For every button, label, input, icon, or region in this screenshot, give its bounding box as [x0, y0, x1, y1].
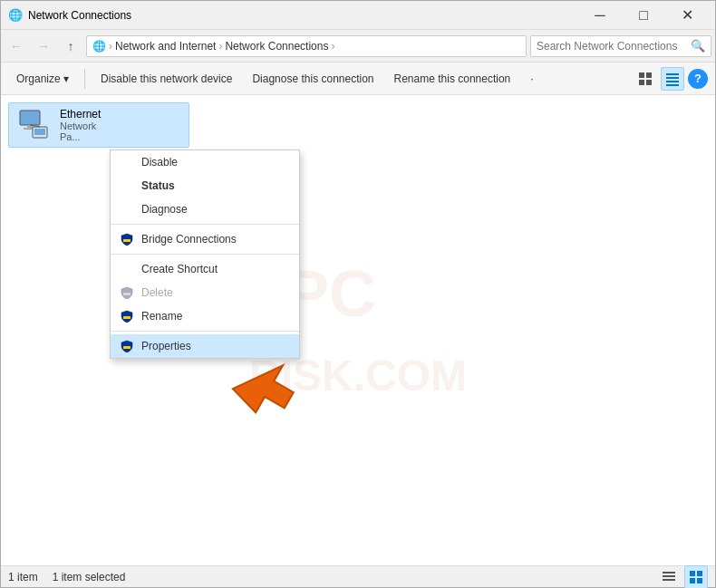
- ctx-sep-1: [111, 224, 299, 225]
- svg-rect-20: [663, 575, 675, 577]
- ctx-properties-shield-icon: [120, 339, 134, 353]
- search-icon: 🔍: [691, 39, 705, 53]
- breadcrumb[interactable]: 🌐 › Network and Internet › Network Conne…: [86, 35, 527, 57]
- status-right: [657, 565, 708, 589]
- maximize-button[interactable]: □: [623, 1, 664, 30]
- toolbar: Organize ▾ Disable this network device D…: [1, 63, 715, 95]
- ctx-shortcut-label: Create Shortcut: [141, 263, 218, 275]
- ethernet-file-item[interactable]: Ethernet Network Pa...: [8, 102, 189, 148]
- back-button[interactable]: ←: [5, 34, 28, 58]
- address-bar: ← → ↑ 🌐 › Network and Internet › Network…: [1, 30, 715, 63]
- svg-rect-3: [646, 80, 652, 85]
- ctx-status[interactable]: Status: [111, 174, 299, 198]
- ctx-properties-label: Properties: [141, 340, 191, 352]
- svg-rect-14: [123, 239, 131, 242]
- status-bar: 1 item 1 item selected: [1, 565, 715, 587]
- ctx-rename[interactable]: Rename: [111, 304, 299, 328]
- diagnose-button[interactable]: Diagnose this connection: [244, 66, 382, 92]
- ctx-rename-shield-icon: [120, 309, 134, 323]
- ctx-properties[interactable]: Properties: [111, 334, 299, 358]
- ctx-sep-3: [111, 331, 299, 332]
- svg-rect-12: [34, 129, 45, 135]
- organize-button[interactable]: Organize ▾: [8, 66, 77, 92]
- toolbar-separator-1: [84, 69, 85, 89]
- svg-rect-4: [666, 73, 679, 75]
- svg-rect-0: [639, 72, 644, 78]
- toolbar-right: ?: [634, 67, 708, 91]
- ctx-disable[interactable]: Disable: [111, 150, 299, 174]
- ctx-bridge-shield-icon: [120, 232, 134, 246]
- ctx-delete-label: Delete: [141, 286, 173, 299]
- title-bar-title: Network Connections: [28, 9, 579, 22]
- ctx-bridge[interactable]: Bridge Connections: [111, 227, 299, 251]
- ctx-diagnose-label: Diagnose: [141, 203, 188, 216]
- status-view-list[interactable]: [657, 565, 681, 589]
- ctx-status-label: Status: [141, 179, 175, 192]
- ethernet-icon: [16, 107, 53, 143]
- content-area: 9PCRISK.COM Ethernet Netwo: [1, 95, 715, 565]
- ctx-bridge-label: Bridge Connections: [141, 233, 237, 246]
- svg-rect-6: [666, 81, 679, 82]
- file-info: Ethernet Network Pa...: [60, 108, 101, 142]
- window: 🌐 Network Connections ─ □ ✕ ← → ↑ 🌐 › Ne…: [0, 0, 716, 588]
- title-bar-controls: ─ □ ✕: [579, 1, 708, 30]
- status-count: 1 item: [8, 571, 38, 583]
- view-icon: [638, 72, 653, 86]
- details-icon: [665, 72, 680, 86]
- breadcrumb-network-connections[interactable]: Network Connections: [225, 40, 328, 53]
- ctx-diagnose-icon: [120, 202, 134, 217]
- svg-rect-17: [123, 346, 131, 349]
- status-view-details[interactable]: [684, 565, 708, 589]
- ctx-status-icon: [120, 178, 134, 193]
- ctx-delete-shield-icon: [120, 285, 134, 300]
- ctx-sep-2: [111, 254, 299, 255]
- svg-rect-22: [690, 571, 695, 576]
- svg-rect-2: [639, 80, 644, 85]
- up-button[interactable]: ↑: [59, 34, 82, 58]
- ctx-disable-label: Disable: [141, 156, 178, 169]
- close-button[interactable]: ✕: [666, 1, 708, 30]
- breadcrumb-network-icon: 🌐: [92, 40, 106, 53]
- ctx-disable-icon: [120, 155, 134, 169]
- file-detail2: Pa...: [60, 131, 101, 142]
- svg-rect-5: [666, 77, 679, 79]
- svg-rect-15: [123, 293, 131, 295]
- svg-rect-21: [663, 579, 675, 581]
- ctx-shortcut[interactable]: Create Shortcut: [111, 257, 299, 281]
- svg-rect-8: [20, 111, 40, 125]
- forward-button[interactable]: →: [32, 34, 55, 58]
- ctx-shortcut-icon: [120, 262, 134, 276]
- title-bar: 🌐 Network Connections ─ □ ✕: [1, 1, 715, 30]
- context-menu: Disable Status Diagnose Bridge Connecti: [110, 149, 300, 359]
- breadcrumb-network-internet[interactable]: Network and Internet: [115, 40, 216, 53]
- file-detail: Network: [60, 120, 101, 131]
- title-bar-icon: 🌐: [8, 8, 23, 23]
- status-selected: 1 item selected: [53, 571, 126, 583]
- ctx-delete: Delete: [111, 281, 299, 304]
- rename-button[interactable]: Rename this connection: [386, 66, 519, 92]
- details-view-button[interactable]: [661, 67, 684, 91]
- ctx-diagnose[interactable]: Diagnose: [111, 198, 299, 221]
- help-button[interactable]: ?: [688, 69, 708, 89]
- search-box[interactable]: 🔍: [530, 35, 711, 57]
- file-name: Ethernet: [60, 108, 101, 120]
- ctx-rename-label: Rename: [141, 310, 182, 323]
- svg-rect-24: [690, 578, 695, 583]
- svg-rect-25: [697, 578, 702, 583]
- svg-rect-7: [666, 84, 679, 86]
- minimize-button[interactable]: ─: [579, 1, 621, 30]
- svg-rect-1: [646, 72, 652, 78]
- svg-rect-19: [663, 572, 675, 574]
- search-input[interactable]: [537, 40, 691, 53]
- svg-rect-23: [697, 571, 702, 576]
- svg-rect-16: [123, 316, 131, 319]
- svg-marker-18: [228, 350, 303, 421]
- toolbar-dot-separator: ·: [522, 66, 541, 92]
- view-options-button[interactable]: [634, 67, 657, 91]
- disable-button[interactable]: Disable this network device: [92, 66, 240, 92]
